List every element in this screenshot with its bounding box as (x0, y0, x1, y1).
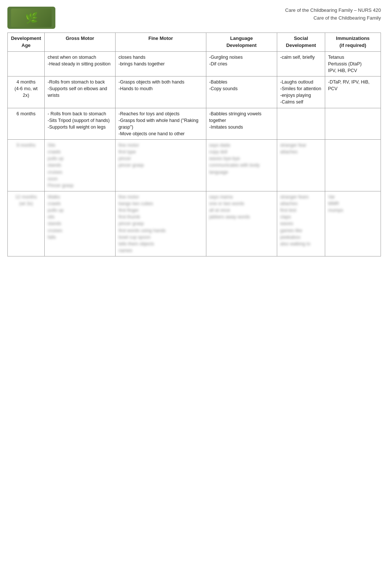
cell-language: -Gurgling noises-Dif cries (206, 51, 277, 76)
cell-fine_motor: -Reaches for toys and objects-Grasps foo… (116, 108, 206, 140)
cell-dev_age: 6 months (8, 108, 45, 140)
course-line1: Care of the Childbearing Family – NURS 4… (285, 7, 381, 14)
table-row: 6 months- Rolls from back to stomach-Sit… (8, 108, 381, 140)
cell-dev_age: 9 months (8, 140, 45, 191)
col-dev-age: DevelopmentAge (8, 33, 45, 52)
cell-social: stranger fearsattachesfirst testclapswav… (277, 191, 325, 256)
page-header: Care of the Childbearing Family – NURS 4… (0, 0, 392, 33)
cell-language: says dadacopy dollwaves bye-byecommunica… (206, 140, 277, 191)
cell-social: stranger fearattaches (277, 140, 325, 191)
cell-gross_motor: - Rolls from back to stomach-Sits Tripod… (45, 108, 116, 140)
table-header-row: DevelopmentAge Gross Motor Fine Motor La… (8, 33, 381, 52)
cell-immunizations (325, 108, 381, 140)
cell-immunizations: -DTaP, RV, IPV, HiB, PCV (325, 76, 381, 108)
cell-fine_motor: -Grasps objects with both hands-Hands to… (116, 76, 206, 108)
col-language: LanguageDevelopment (206, 33, 277, 52)
table-row: chest when on stomach-Head steady in sit… (8, 51, 381, 76)
col-social: SocialDevelopment (277, 33, 325, 52)
cell-fine_motor: fine motorbangs two cubesfirst fingerfir… (116, 191, 206, 256)
cell-dev_age: 12 months(wt 3x) (8, 191, 45, 256)
cell-immunizations: VarMMRmumps (325, 191, 381, 256)
cell-dev_age: 4 months(4-6 mo, wt 2x) (8, 76, 45, 108)
col-gross-motor: Gross Motor (45, 33, 116, 52)
col-immunizations: Immunizations(if required) (325, 33, 381, 52)
cell-dev_age (8, 51, 45, 76)
course-line2: Care of the Childbearing Family (285, 14, 381, 22)
cell-social: -calm self, briefly (277, 51, 325, 76)
cell-language: says mamaone or two wordsall at oncejabb… (206, 191, 277, 256)
cell-gross_motor: -Rolls from stomach to back-Supports sel… (45, 76, 116, 108)
cell-fine_motor: closes hands-brings hands together (116, 51, 206, 76)
cell-gross_motor: Walkscrawlspulls upsitsstandscruisesfall… (45, 191, 116, 256)
logo-image (11, 8, 52, 27)
table-container: DevelopmentAge Gross Motor Fine Motor La… (0, 33, 392, 268)
col-fine-motor: Fine Motor (116, 33, 206, 52)
cell-social: -Laughs outloud-Smiles for attention-enj… (277, 76, 325, 108)
cell-gross_motor: chest when on stomach-Head steady in sit… (45, 51, 116, 76)
cell-social (277, 108, 325, 140)
table-row: 4 months(4-6 mo, wt 2x)-Rolls from stoma… (8, 76, 381, 108)
cell-fine_motor: fine motorfirst typepincerpincer grasp (116, 140, 206, 191)
cell-immunizations: TetanusPertussis (DtaP)IPV, HiB, PCV (325, 51, 381, 76)
header-text: Care of the Childbearing Family – NURS 4… (285, 7, 381, 22)
logo (7, 7, 55, 29)
table-row: 12 months(wt 3x)Walkscrawlspulls upsitss… (8, 191, 381, 256)
cell-gross_motor: Sitscrawlspulls upstandscruisessoonPince… (45, 140, 116, 191)
development-table: DevelopmentAge Gross Motor Fine Motor La… (7, 33, 381, 256)
cell-language: -Babbles stringing vowels together-Imita… (206, 108, 277, 140)
table-row: 9 monthsSitscrawlspulls upstandscruisess… (8, 140, 381, 191)
cell-language: -Babbles-Copy sounds (206, 76, 277, 108)
cell-immunizations (325, 140, 381, 191)
